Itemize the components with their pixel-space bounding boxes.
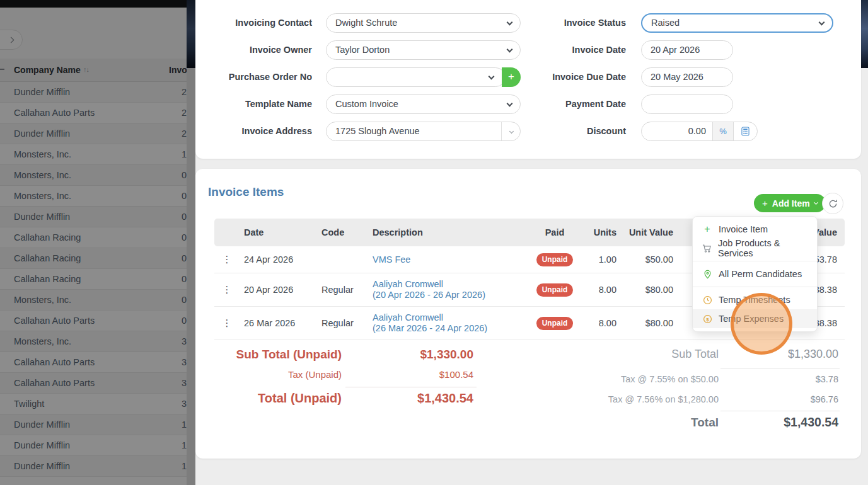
sub-total-unpaid-value: $1,330.00 <box>342 348 473 364</box>
plus-icon: + <box>702 224 712 235</box>
template-name-label: Template Name <box>199 94 312 114</box>
plus-icon: + <box>762 198 768 208</box>
menu-item-job-products[interactable]: Job Products & Services <box>693 239 817 258</box>
total-unpaid-value: $1,430.54 <box>342 391 473 409</box>
item-description-cell: Aaliyah Cromwell (20 Apr 2026 - 26 Apr 2… <box>362 279 536 300</box>
invoice-status-select[interactable]: Raised <box>641 13 833 33</box>
payment-date-label: Payment Date <box>475 94 626 114</box>
chevron-down-icon <box>819 20 825 26</box>
units-column-header: Units <box>574 227 618 237</box>
invoice-status-label: Invoice Status <box>475 13 626 33</box>
item-code-cell: Regular <box>309 318 362 328</box>
tax2-label: Tax @ 7.56% on $1,280.00 <box>529 394 719 404</box>
map-pin-icon <box>702 270 712 279</box>
tax-unpaid-label: Tax (Unpaid) <box>214 369 342 382</box>
kebab-menu-icon[interactable]: ⋮ <box>223 254 232 265</box>
unpaid-status-badge: Unpaid <box>536 253 574 266</box>
item-units-cell: 1.00 <box>574 254 618 265</box>
kebab-menu-icon[interactable]: ⋮ <box>223 284 232 295</box>
invoicing-contact-value: Dwight Schrute <box>335 18 397 28</box>
summary-totals-block: Sub Total $1,330.00 Tax @ 7.55% on $50.0… <box>529 348 840 434</box>
item-unit-value-cell: $80.00 <box>618 285 674 295</box>
paid-column-header: Paid <box>536 227 574 237</box>
item-description-period-link[interactable]: (20 Apr 2026 - 26 Apr 2026) <box>373 290 536 300</box>
date-column-header: Date <box>240 227 309 237</box>
menu-item-all-perm-candidates[interactable]: All Perm Candidates <box>693 265 817 283</box>
add-item-button[interactable]: + Add Item <box>754 194 826 212</box>
kebab-menu-icon[interactable]: ⋮ <box>223 317 232 328</box>
template-name-value: Custom Invoice <box>335 99 398 109</box>
invoice-details-card: Invoicing Contact Dwight Schrute Invoice… <box>195 0 861 159</box>
unpaid-status-badge: Unpaid <box>536 317 574 330</box>
discount-percent-toggle[interactable]: % <box>712 122 734 140</box>
invoice-address-value: 1725 Slough Avenue <box>335 126 420 136</box>
description-column-header: Description <box>362 227 536 237</box>
svg-text:$: $ <box>706 316 709 322</box>
invoice-date-label: Invoice Date <box>475 40 626 60</box>
cart-icon <box>702 244 712 253</box>
refresh-icon <box>828 199 838 208</box>
invoicing-contact-label: Invoicing Contact <box>199 13 312 33</box>
tax2-value: $96.76 <box>719 394 838 404</box>
item-description-period-link[interactable]: (26 Mar 2026 - 24 Apr 2026) <box>373 323 536 334</box>
item-units-cell: 8.00 <box>574 285 618 295</box>
item-date-cell: 20 Apr 2026 <box>240 285 309 295</box>
invoice-status-value: Raised <box>651 18 680 28</box>
unpaid-status-badge: Unpaid <box>536 283 574 297</box>
clock-icon <box>702 295 712 305</box>
purchase-order-no-label: Purchase Order No <box>199 67 312 87</box>
invoice-address-label: Invoice Address <box>199 122 312 141</box>
code-column-header: Code <box>309 227 362 237</box>
menu-item-label: All Perm Candidates <box>719 269 802 279</box>
menu-item-invoice-item[interactable]: + Invoice Item <box>693 220 817 239</box>
unit-value-column-header: Unit Value <box>618 227 674 237</box>
invoice-date-input[interactable]: 20 Apr 2026 <box>641 40 733 60</box>
tax-unpaid-value: $100.54 <box>342 369 473 382</box>
grand-total-label: Total <box>529 416 719 430</box>
invoice-date-value: 20 Apr 2026 <box>651 45 700 55</box>
item-description-cell: Aaliyah Cromwell (26 Mar 2026 - 24 Apr 2… <box>362 312 536 334</box>
dollar-circle-icon: $ <box>702 314 712 324</box>
invoice-due-date-input[interactable]: 20 May 2026 <box>641 67 733 87</box>
calculator-icon <box>741 127 749 136</box>
item-units-cell: 8.00 <box>574 318 618 328</box>
discount-input[interactable]: 0.00 <box>642 122 712 140</box>
total-unpaid-label: Total (Unpaid) <box>214 391 342 409</box>
invoice-owner-value: Taylor Dorton <box>335 45 390 55</box>
payment-date-input[interactable] <box>641 94 733 114</box>
modal-scrim <box>0 0 195 485</box>
sub-total-label: Sub Total <box>529 348 719 361</box>
discount-field: 0.00 % <box>641 122 758 141</box>
discount-calculator-button[interactable] <box>734 122 757 140</box>
menu-item-label: Invoice Item <box>719 224 768 234</box>
item-unit-value-cell: $50.00 <box>618 254 674 265</box>
item-date-cell: 24 Apr 2026 <box>240 254 309 265</box>
item-date-cell: 26 Mar 2026 <box>240 318 309 328</box>
invoice-owner-label: Invoice Owner <box>199 40 312 60</box>
invoice-due-date-value: 20 May 2026 <box>651 72 703 82</box>
unpaid-totals-block: Sub Total (Unpaid) $1,330.00 Tax (Unpaid… <box>214 348 477 409</box>
item-description-link[interactable]: Aaliyah Cromwell <box>373 279 536 290</box>
chevron-down-icon <box>814 200 818 204</box>
tax1-label: Tax @ 7.55% on $50.00 <box>529 374 719 384</box>
tax1-value: $3.78 <box>719 374 838 384</box>
item-code-cell: Regular <box>309 285 362 295</box>
screen: Company Name ↑↓ Invo Dunder Mifflin 2 Ca… <box>0 0 868 485</box>
discount-label: Discount <box>475 122 626 141</box>
invoice-due-date-label: Invoice Due Date <box>475 67 626 87</box>
menu-divider <box>693 287 817 287</box>
invoice-items-title: Invoice Items <box>208 185 284 199</box>
menu-item-label: Job Products & Services <box>718 238 807 258</box>
add-item-label: Add Item <box>772 198 810 208</box>
click-indicator <box>731 293 792 355</box>
sub-total-value: $1,330.00 <box>719 348 838 361</box>
totals-divider <box>720 411 840 411</box>
menu-divider <box>693 261 817 261</box>
background-company-list-panel: Company Name ↑↓ Invo Dunder Mifflin 2 Ca… <box>0 0 195 485</box>
grand-total-value: $1,430.54 <box>719 415 838 430</box>
refresh-button[interactable] <box>822 193 843 214</box>
item-description-link[interactable]: VMS Fee <box>373 254 536 265</box>
item-unit-value-cell: $80.00 <box>618 318 674 328</box>
totals-divider <box>345 387 477 387</box>
item-description-link[interactable]: Aaliyah Cromwell <box>373 312 536 323</box>
